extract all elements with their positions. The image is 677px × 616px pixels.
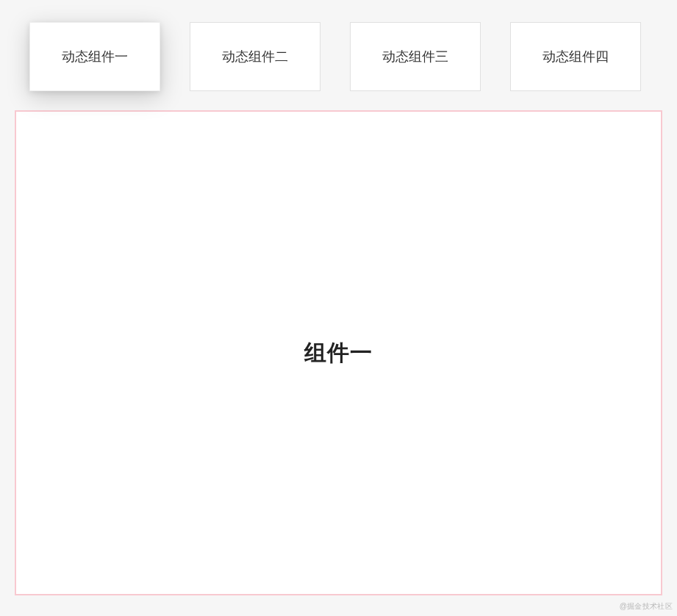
tab-component-1[interactable]: 动态组件一 (29, 22, 160, 91)
tab-label: 动态组件四 (542, 48, 609, 65)
tab-component-2[interactable]: 动态组件二 (190, 22, 320, 91)
content-title: 组件一 (304, 338, 373, 368)
tab-label: 动态组件二 (222, 48, 288, 65)
tab-bar: 动态组件一 动态组件二 动态组件三 动态组件四 (0, 0, 677, 106)
tab-label: 动态组件一 (62, 48, 128, 65)
tab-component-4[interactable]: 动态组件四 (510, 22, 641, 91)
tab-label: 动态组件三 (382, 48, 448, 65)
content-panel: 组件一 (15, 110, 662, 595)
watermark: @掘金技术社区 (620, 601, 673, 612)
tab-component-3[interactable]: 动态组件三 (350, 22, 481, 91)
